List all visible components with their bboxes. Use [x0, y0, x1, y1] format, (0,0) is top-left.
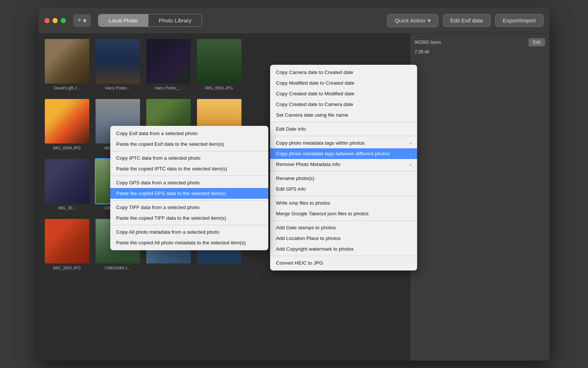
quick-action-menu-item[interactable]: Remove Photo Metadata info›	[270, 159, 417, 170]
photo-item[interactable]: IMG_3053.JPG	[43, 218, 91, 275]
menu-item-label: Add Date stamps to photos	[276, 225, 336, 230]
panel-edit-button[interactable]: Edit	[528, 38, 545, 46]
menu-divider	[270, 196, 417, 196]
quick-action-menu-item[interactable]: Copy Created date to Modified date	[270, 88, 417, 99]
traffic-lights	[44, 18, 66, 23]
left-context-menu-item[interactable]: Copy IPTC data from a selected photo	[110, 153, 268, 163]
quick-action-menu-item[interactable]: Copy photo metadata tags between differe…	[270, 148, 417, 159]
menu-divider	[110, 151, 268, 151]
quick-action-menu-item[interactable]: Write xmp files to photos	[270, 198, 417, 208]
left-context-menu-item[interactable]: Paste the copied GPS data to the selecte…	[110, 188, 268, 199]
menu-item-label: Copy Created date to Modified date	[276, 91, 354, 96]
tab-group: Local Photo Photo Library	[98, 14, 202, 27]
quick-action-menu-item[interactable]: Rename photo(s)	[270, 173, 417, 184]
menu-item-label: Paste the copied IPTC data to the select…	[116, 166, 227, 171]
menu-item-label: Copy Exif data from a selected photo	[116, 131, 197, 136]
photo-item[interactable]: IMG_30...	[43, 158, 91, 215]
quick-action-menu-item[interactable]: Merge Google Takeout json files to photo…	[270, 208, 417, 219]
right-panel: 962882 bytes Edit 7:36:48	[410, 34, 549, 361]
submenu-arrow-icon: ›	[410, 162, 411, 167]
left-context-menu-item[interactable]: Copy All photo metadata from a selected …	[110, 227, 268, 237]
left-context-menu[interactable]: Copy Exif data from a selected photoPast…	[110, 126, 268, 250]
main-window: + ▾ Local Photo Photo Library Quick Acti…	[39, 7, 549, 361]
quick-action-arrow-icon: ▾	[428, 17, 431, 24]
plus-icon: +	[78, 17, 82, 24]
menu-item-label: Add Copyright watermark to photos	[276, 246, 354, 252]
menu-item-label: Copy photo metadata tags between differe…	[276, 151, 390, 156]
menu-item-label: Paste the copied GPS data to the selecte…	[116, 191, 226, 196]
left-context-menu-item[interactable]: Copy GPS data from a selected photo	[110, 177, 268, 188]
photo-name: Harry Potter...	[105, 86, 130, 90]
photo-name: Harry Potter_...	[155, 86, 182, 90]
menu-item-label: Merge Google Takeout json files to photo…	[276, 211, 369, 216]
tab-local-photo[interactable]: Local Photo	[98, 14, 148, 26]
quick-action-button[interactable]: Quick Action ▾	[387, 14, 438, 27]
quick-action-menu[interactable]: Copy Camera date to Created dateCopy Mod…	[270, 65, 417, 270]
photo-thumbnail-bg	[45, 219, 89, 263]
photo-thumbnail	[44, 38, 90, 84]
photo-thumbnail	[44, 158, 90, 204]
photo-thumbnail	[44, 98, 90, 144]
export-import-button[interactable]: Export/Import	[495, 14, 544, 27]
menu-item-label: Add Location Place to photos	[276, 236, 341, 241]
photo-item[interactable]: Harry Potter_...	[144, 38, 192, 95]
photo-item[interactable]: David's gift.J...	[43, 38, 91, 95]
left-context-menu-item[interactable]: Copy TIFF data from a selected photo	[110, 202, 268, 213]
add-button[interactable]: + ▾	[73, 14, 91, 27]
tab-photo-library[interactable]: Photo Library	[148, 14, 202, 26]
submenu-arrow-icon: ›	[410, 141, 411, 145]
left-context-menu-item[interactable]: Paste the copied TIFF data to the select…	[110, 213, 268, 223]
menu-divider	[110, 225, 268, 225]
minimize-button[interactable]	[53, 18, 58, 23]
menu-item-label: Edit Date info	[276, 126, 306, 132]
quick-action-menu-item[interactable]: Copy Created date to Camera date	[270, 99, 417, 110]
photo-name: IMG_3053.JPG	[53, 266, 81, 270]
photo-thumbnail-bg	[45, 39, 89, 84]
left-context-menu-item[interactable]: Paste the copied All photo metadata to t…	[110, 237, 268, 248]
photo-item[interactable]: Harry Potter...	[94, 38, 141, 95]
menu-item-label: Copy Modified date to Created date	[276, 80, 354, 86]
menu-divider	[270, 220, 417, 221]
maximize-button[interactable]	[61, 18, 66, 23]
quick-action-menu-item[interactable]: Add Copyright watermark to photos	[270, 244, 417, 254]
photo-thumbnail	[196, 38, 242, 84]
close-button[interactable]	[44, 18, 50, 23]
date-label: 7:36:48	[415, 49, 545, 54]
photo-item[interactable]: IMG_0591.JPG	[195, 38, 243, 95]
menu-item-label: Rename photo(s)	[276, 176, 314, 181]
menu-item-label: Convert HEIC to JPG	[276, 260, 323, 266]
menu-item-label: Copy Created date to Camera date	[276, 102, 353, 107]
menu-divider	[270, 171, 417, 171]
quick-action-menu-item[interactable]: Edit GPS info	[270, 184, 417, 194]
menu-divider	[270, 136, 417, 136]
edit-exif-button[interactable]: Edit Exif data	[443, 14, 491, 27]
quick-action-menu-item[interactable]: Add Location Place to photos	[270, 233, 417, 244]
menu-item-label: Paste the copied TIFF data to the select…	[116, 215, 226, 221]
photo-thumbnail	[44, 218, 90, 264]
menu-item-label: Copy photo metadata tags within photos	[276, 140, 365, 146]
photo-thumbnail-bg	[197, 39, 241, 84]
quick-action-menu-item[interactable]: Add Date stamps to photos	[270, 222, 417, 233]
photo-thumbnail-bg	[45, 159, 89, 204]
photo-thumbnail	[95, 38, 141, 84]
menu-item-label: Remove Photo Metadata info	[276, 162, 340, 167]
quick-action-menu-item[interactable]: Copy Camera date to Created date	[270, 67, 417, 78]
menu-item-label: Set Camera date using file name	[276, 112, 348, 118]
menu-item-label: Copy IPTC data from a selected photo	[116, 155, 201, 161]
left-context-menu-item[interactable]: Paste the copied Exif data to the select…	[110, 139, 268, 149]
left-context-menu-item[interactable]: Paste the copied IPTC data to the select…	[110, 163, 268, 174]
menu-divider	[270, 122, 417, 122]
quick-action-menu-item[interactable]: Edit Date info	[270, 124, 417, 134]
photo-name: David's gift.J...	[54, 86, 80, 90]
quick-action-menu-item[interactable]: Copy photo metadata tags within photos›	[270, 138, 417, 148]
quick-action-menu-item[interactable]: Set Camera date using file name	[270, 110, 417, 120]
quick-action-menu-item[interactable]: Convert HEIC to JPG	[270, 258, 417, 268]
photo-item[interactable]: IMG_0594.JPG	[43, 98, 91, 155]
dropdown-arrow-icon: ▾	[83, 17, 86, 25]
menu-item-label: Paste the copied Exif data to the select…	[116, 141, 224, 147]
quick-action-menu-item[interactable]: Copy Modified date to Created date	[270, 78, 417, 88]
menu-item-label: Copy All photo metadata from a selected …	[116, 229, 219, 235]
submenu-arrow-icon: ›	[410, 152, 411, 156]
photo-name: IMG_0591.JPG	[205, 86, 233, 90]
left-context-menu-item[interactable]: Copy Exif data from a selected photo	[110, 128, 268, 139]
